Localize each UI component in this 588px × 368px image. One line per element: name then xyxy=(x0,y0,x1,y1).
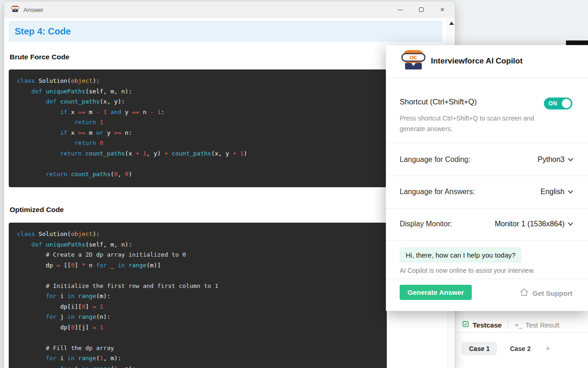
step-header: Step 4: Code xyxy=(9,21,442,42)
divider xyxy=(386,279,588,279)
chevron-down-icon xyxy=(568,220,573,225)
display-monitor-value: Monitor 1 (1536x864) xyxy=(495,220,565,228)
copilot-greeting-message: Hi, there, how can I help you today? xyxy=(400,247,521,263)
divider xyxy=(386,240,588,241)
shortcut-toggle[interactable]: ON xyxy=(544,98,572,109)
get-support-label: Get Support xyxy=(532,289,572,297)
case-1-button[interactable]: Case 1 xyxy=(462,342,497,356)
setting-row-display-monitor: Display Monitor: Monitor 1 (1536x864) xyxy=(400,215,572,233)
tab-test-result-label: Test Result xyxy=(526,321,560,329)
copilot-status-text: AI Copilot is now online to assist your … xyxy=(400,267,535,274)
testcase-tabs-row: Testcase >_ Test Result xyxy=(455,317,588,332)
answer-language-value: English xyxy=(541,188,565,196)
divider xyxy=(386,176,588,176)
divider xyxy=(386,208,588,208)
scroll-up-arrow[interactable] xyxy=(449,22,454,25)
cases-row: Case 1 Case 2 + xyxy=(455,339,588,358)
add-case-button[interactable]: + xyxy=(545,344,550,354)
tab-testcase-label: Testcase xyxy=(473,321,502,329)
case-2-button[interactable]: Case 2 xyxy=(510,345,531,352)
tab-test-result[interactable]: >_ Test Result xyxy=(515,321,560,329)
divider xyxy=(386,143,588,143)
setting-row-answer-language: Language for Answers: English xyxy=(400,183,572,201)
app-logo-icon xyxy=(11,5,19,14)
toggle-state-label: ON xyxy=(548,100,557,107)
section-heading-brute-force: Brute Force Code xyxy=(10,53,69,61)
generate-answer-button[interactable]: Generate Answer xyxy=(400,285,472,300)
coding-language-select[interactable]: Python3 xyxy=(537,155,572,164)
section-heading-optimized: Optimized Code xyxy=(10,206,64,214)
copilot-title: Interviewforce AI Copilot xyxy=(431,57,523,66)
copilot-panel: Interviewforce AI Copilot Shortcut (Ctrl… xyxy=(386,45,588,311)
console-divider xyxy=(455,332,588,333)
maximize-icon xyxy=(419,7,424,12)
copilot-logo-icon xyxy=(401,49,426,72)
shortcut-label: Shortcut (Ctrl+Shift+Q) xyxy=(400,98,477,106)
window-title: Answer xyxy=(23,6,43,13)
minimize-icon xyxy=(398,10,403,10)
background-testcase-panel: Testcase >_ Test Result Case 1 Case 2 + xyxy=(455,311,588,368)
window-controls: ✕ xyxy=(390,1,453,18)
optimized-code-block[interactable]: class Solution(object): def uniquePaths(… xyxy=(9,223,387,368)
testcase-icon xyxy=(462,320,469,329)
home-icon xyxy=(520,288,529,299)
display-monitor-label: Display Monitor: xyxy=(400,220,452,228)
coding-language-value: Python3 xyxy=(537,155,565,164)
step-header-label: Step 4: Code xyxy=(15,26,71,36)
get-support-link[interactable]: Get Support xyxy=(520,288,572,299)
maximize-button[interactable] xyxy=(411,1,432,18)
answer-language-select[interactable]: English xyxy=(541,188,572,196)
tab-divider xyxy=(508,321,509,329)
answer-titlebar[interactable]: Answer ✕ xyxy=(4,1,455,18)
terminal-icon: >_ xyxy=(515,322,522,328)
close-button[interactable]: ✕ xyxy=(432,1,453,18)
display-monitor-select[interactable]: Monitor 1 (1536x864) xyxy=(495,220,572,228)
copilot-header: Interviewforce AI Copilot xyxy=(386,45,588,78)
shortcut-description: Press shortcut Ctrl+Shift+Q to scan scre… xyxy=(400,113,538,134)
setting-row-coding-language: Language for Coding: Python3 xyxy=(400,151,572,168)
answer-language-label: Language for Answers: xyxy=(400,188,475,196)
tab-testcase[interactable]: Testcase xyxy=(462,320,502,329)
minimize-button[interactable] xyxy=(390,1,411,18)
coding-language-label: Language for Coding: xyxy=(400,155,470,164)
close-icon: ✕ xyxy=(440,7,445,12)
chevron-down-icon xyxy=(568,156,573,161)
chevron-down-icon xyxy=(568,188,573,193)
brute-force-code-block[interactable]: class Solution(object): def uniquePaths(… xyxy=(9,69,387,187)
toggle-knob xyxy=(562,99,571,108)
